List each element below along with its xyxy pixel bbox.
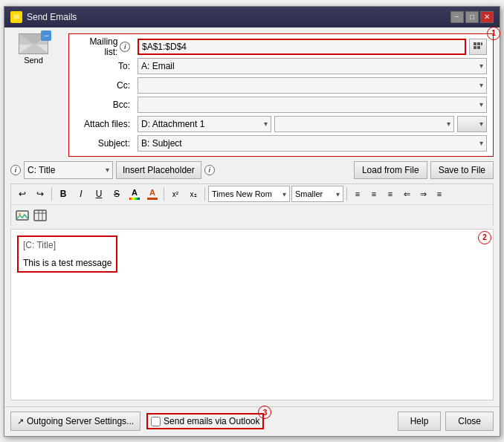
close-button[interactable]: Close [445, 412, 494, 431]
editor-toolbar-row1: ↩ ↪ B I U S A A [11, 184, 493, 205]
minimize-button[interactable]: − [450, 11, 464, 23]
placeholder-toolbar: i C: Title ▾ Insert Placeholder i Load f… [10, 160, 494, 181]
bottom-left: ↗ Outgoing Server Settings... 3 Send ema… [10, 412, 264, 431]
help-button[interactable]: Help [398, 412, 442, 431]
grid-icon [473, 42, 483, 52]
toolbar-info-icon[interactable]: i [10, 165, 21, 175]
svg-rect-2 [481, 42, 482, 45]
editor-content-highlight: [C: Title] This is a test message [17, 235, 117, 273]
editor-line-1: [C: Title] [23, 240, 112, 250]
bcc-label: Bcc: [75, 100, 135, 110]
align-right-button[interactable]: ≡ [383, 186, 398, 201]
indent-decrease-button[interactable]: ⇐ [399, 186, 414, 201]
editor-area[interactable]: 2 [C: Title] This is a test message [10, 229, 494, 400]
outgoing-server-button[interactable]: ↗ Outgoing Server Settings... [10, 412, 140, 431]
attach-select-1[interactable]: D: Attachment 1 ▾ [138, 116, 271, 132]
load-save-buttons: Load from File Save to File [354, 161, 494, 179]
font-name-select[interactable]: Times New Rom ▾ [208, 186, 290, 202]
bottom-bar: ↗ Outgoing Server Settings... 3 Send ema… [4, 406, 500, 436]
svg-rect-1 [477, 42, 480, 45]
underline-button[interactable]: U [91, 186, 107, 202]
form-section: 1 Mailing list: i [68, 33, 494, 157]
svg-rect-4 [477, 46, 480, 49]
send-label: Send [24, 56, 43, 65]
editor-toolbar: ↩ ↪ B I U S A A [10, 183, 494, 226]
undo-button[interactable]: ↩ [14, 186, 30, 202]
attach-dropdown-arrow-2: ▾ [447, 120, 450, 128]
outgoing-arrow-icon: ↗ [17, 417, 24, 426]
align-center-button[interactable]: ≡ [366, 186, 381, 201]
subscript-button[interactable]: x₂ [185, 186, 201, 202]
cc-row: Cc: ▾ [75, 77, 487, 94]
font-size-arrow: ▾ [336, 190, 340, 198]
insert-image-button[interactable] [14, 207, 30, 224]
to-row: To: A: Email ▾ [75, 58, 487, 74]
insert-placeholder-button[interactable]: Insert Placeholder [116, 161, 201, 179]
to-select[interactable]: A: Email ▾ [138, 58, 487, 74]
bcc-row: Bcc: ▾ [75, 97, 487, 113]
close-window-button[interactable]: ✕ [480, 11, 494, 23]
subject-select[interactable]: B: Subject ▾ [138, 135, 487, 152]
subject-dropdown-arrow: ▾ [479, 139, 483, 147]
title-bar-left: ✉ Send Emails [10, 11, 77, 23]
align-left-button[interactable]: ≡ [350, 186, 365, 201]
to-label: To: [75, 61, 135, 71]
title-bar: ✉ Send Emails − □ ✕ [4, 7, 500, 27]
redo-button[interactable]: ↪ [32, 186, 48, 202]
highlight-color-button[interactable]: A [126, 186, 143, 202]
image-icon [16, 209, 29, 222]
insert-table-button[interactable] [32, 207, 48, 224]
cc-label: Cc: [75, 80, 135, 91]
attach-select-2[interactable]: ▾ [274, 116, 454, 132]
mailing-list-input[interactable] [138, 39, 466, 55]
subject-label: Subject: [75, 138, 135, 149]
editor-toolbar-row2 [11, 205, 493, 226]
svg-rect-0 [474, 42, 476, 45]
font-color-button[interactable]: A [144, 186, 161, 202]
save-to-file-button[interactable]: Save to File [430, 161, 494, 179]
send-icon-area: → Send [10, 33, 62, 65]
italic-button[interactable]: I [73, 186, 89, 202]
send-button-icon[interactable]: → Send [15, 33, 52, 65]
envelope-icon: → [19, 33, 48, 54]
load-from-file-button[interactable]: Load from File [354, 161, 427, 179]
to-dropdown-arrow: ▾ [479, 62, 483, 70]
insert-info-icon[interactable]: i [204, 165, 215, 175]
badge-1: 1 [487, 27, 500, 40]
svg-rect-5 [16, 211, 28, 220]
subject-row: Subject: B: Subject ▾ [75, 135, 487, 152]
font-name-arrow: ▾ [282, 190, 286, 198]
justify-button[interactable]: ≡ [432, 186, 447, 201]
maximize-button[interactable]: □ [465, 11, 479, 23]
toolbar-separator-1 [51, 187, 52, 201]
placeholder-select[interactable]: C: Title ▾ [24, 161, 113, 179]
bcc-dropdown-arrow: ▾ [479, 100, 483, 108]
bold-button[interactable]: B [55, 186, 71, 202]
strikethrough-button[interactable]: S [109, 186, 125, 202]
svg-rect-7 [34, 210, 46, 221]
bcc-select[interactable]: ▾ [138, 97, 487, 113]
attach-btn-arrow: ▾ [479, 120, 483, 128]
superscript-button[interactable]: x² [167, 186, 184, 202]
mailing-list-row: Mailing list: i [75, 39, 487, 55]
mailing-list-label: Mailing list: i [75, 36, 135, 57]
attach-extra-button[interactable]: ▾ [457, 116, 487, 132]
attach-files-row: Attach files: D: Attachment 1 ▾ ▾ ▾ [75, 116, 487, 132]
bottom-right: Help Close [398, 412, 494, 431]
badge-3: 3 [258, 406, 271, 419]
send-emails-window: ✉ Send Emails − □ ✕ → [4, 6, 500, 437]
mailing-list-picker-button[interactable] [469, 39, 487, 55]
mailing-list-info-icon[interactable]: i [120, 42, 130, 52]
send-via-outlook-checkbox[interactable] [151, 417, 161, 426]
content-area: → Send 1 Mailing list: i [4, 27, 500, 406]
toolbar-separator-2 [164, 187, 164, 201]
svg-point-6 [19, 212, 21, 215]
toolbar-separator-3 [204, 187, 205, 201]
title-buttons: − □ ✕ [450, 11, 494, 23]
font-size-select[interactable]: Smaller ▾ [291, 186, 343, 202]
table-icon [33, 209, 47, 222]
cc-select[interactable]: ▾ [138, 77, 487, 94]
send-via-outlook-label: Send emails via Outlook [164, 416, 259, 426]
badge-2: 2 [478, 231, 491, 244]
indent-increase-button[interactable]: ⇒ [416, 186, 430, 201]
